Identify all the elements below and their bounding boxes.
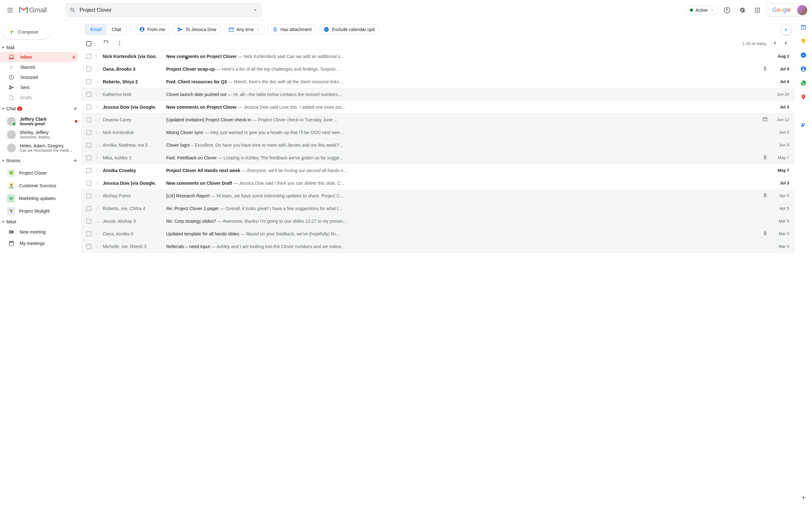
chat-section-header[interactable]: Chat1+ [0,103,81,115]
gmail-logo[interactable]: Gmail [19,6,47,14]
checkbox[interactable] [86,54,91,59]
scroll-chips-right[interactable] [781,25,791,35]
support-button[interactable] [721,4,733,16]
search-options-icon[interactable] [252,7,258,13]
star-icon[interactable]: ☆ [95,243,100,250]
star-icon[interactable]: ☆ [95,129,100,136]
contacts-addon[interactable] [800,66,807,72]
star-icon[interactable]: ☆ [95,116,100,123]
checkbox[interactable] [86,105,91,110]
chip-to-jessica[interactable]: To Jessica Dow [172,24,221,35]
checkbox[interactable] [86,79,91,84]
checkbox[interactable] [86,92,91,97]
settings-button[interactable] [736,4,749,16]
more-button[interactable] [117,40,122,47]
email-row[interactable]: ☆Annika, Matthew, me 3Clover logo! – Exc… [81,139,794,152]
email-row[interactable]: ☆Annika CrowleyProject Clover All Hands … [81,164,794,177]
checkbox[interactable] [86,168,91,173]
email-row[interactable]: ☆Oana, Annika 6Updated template for all … [81,228,794,240]
calendar-addon[interactable]: 31 [800,24,807,31]
meet-section-header[interactable]: Meet [0,217,81,226]
checkbox[interactable] [86,66,91,72]
star-icon[interactable]: ☆ [95,167,100,174]
select-all[interactable] [86,41,96,46]
star-icon[interactable]: ☆ [95,53,100,60]
room-item[interactable]: 🍀Project Clover [0,167,81,179]
chip-has-attachment[interactable]: Has attachment [267,24,316,35]
main-menu-button[interactable] [3,3,18,18]
checkbox[interactable] [86,130,91,135]
nav-inbox[interactable]: Inbox4 [0,52,79,62]
maps-addon[interactable] [800,94,807,100]
checkbox[interactable] [86,117,91,122]
nav-snoozed[interactable]: Snoozed [0,72,79,82]
email-row[interactable]: ☆Roberto, Shiya 2Fwd: Client resources f… [81,75,794,88]
checkbox[interactable] [86,206,91,211]
search-box[interactable] [66,3,262,17]
star-icon[interactable]: ☆ [95,205,100,212]
nav-drafts[interactable]: Drafts [0,93,79,103]
meet-new-meeting[interactable]: New meeting [0,226,81,238]
checkbox[interactable] [86,219,91,224]
search-input[interactable] [80,7,248,13]
nav-sent[interactable]: Sent [0,82,79,93]
star-icon[interactable]: ☆ [95,180,100,187]
star-icon[interactable]: ☆ [95,104,100,111]
room-item[interactable]: ⛷️Project Skylight [0,205,81,217]
prev-page-button[interactable] [771,40,778,47]
checkbox[interactable] [86,193,91,199]
chat-item[interactable]: Shirley, JefferyAwesome, thanks. [0,128,81,141]
apps-button[interactable] [751,4,764,16]
compose-button[interactable]: + Compose [3,24,50,39]
chip-exclude-calendar[interactable]: Exclude calendar upd [319,24,379,35]
checkbox[interactable] [86,155,91,160]
email-row[interactable]: ☆Oana..Brooks 3Project Clover wrap-up — … [81,63,794,75]
account-box[interactable]: Google [766,3,809,17]
voice-addon[interactable] [800,80,807,86]
chat-item[interactable]: Jeffery ClarkSounds great! [0,115,81,128]
chip-from-me[interactable]: From me [135,24,170,35]
star-icon[interactable]: ☆ [95,218,100,225]
rooms-section-header[interactable]: Rooms+ [0,155,81,167]
keep-addon[interactable] [800,38,807,44]
next-page-button[interactable] [783,40,789,47]
checkbox[interactable] [86,244,91,249]
star-icon[interactable]: ☆ [95,91,100,98]
status-chip[interactable]: Active [686,5,718,15]
checkbox[interactable] [86,181,91,186]
checkbox[interactable] [86,231,91,236]
star-icon[interactable]: ☆ [95,78,100,85]
email-row[interactable]: ☆Akshay Potnis[UX] Research Report — Hi … [81,189,794,202]
email-row[interactable]: ☆Nick KortendickMising Clover sync — Hey… [81,126,794,139]
new-chat-button[interactable]: + [73,105,78,113]
email-row[interactable]: ☆Deanna Carey[Updated invitation] Projec… [81,113,794,126]
star-icon[interactable]: ☆ [95,66,100,72]
star-icon[interactable]: ☆ [95,154,100,161]
email-row[interactable]: ☆Jessica Dow (via Google.New comments on… [81,177,794,189]
email-row[interactable]: ☆Katherine MokClover launch date pushed … [81,88,794,101]
email-row[interactable]: ☆Mika, Ashley 2Fwd: Feedback on Clover —… [81,152,794,164]
star-icon[interactable]: ☆ [95,230,100,237]
tab-email[interactable]: Email [85,24,107,35]
email-row[interactable]: ☆Nick Kortendick (via Goo.New comments o… [81,50,794,63]
email-row[interactable]: ☆Michelle, me, Ritesh 3Referrals – need … [81,240,794,253]
room-item[interactable]: MMarketing updates [0,192,81,205]
checkbox[interactable] [86,143,91,148]
star-icon[interactable]: ☆ [95,192,100,199]
avatar[interactable] [797,5,807,15]
tab-chat[interactable]: Chat [107,24,126,35]
mail-section-header[interactable]: Mail [0,43,81,52]
get-addons[interactable] [800,494,807,501]
star-icon[interactable]: ☆ [95,142,100,149]
email-row[interactable]: ☆Jessie, Akshay 3Re: Corp strategy slide… [81,215,794,228]
refresh-button[interactable] [103,40,109,47]
email-row[interactable]: ☆Roberto, me, Chitra 4Re: Project Clover… [81,202,794,215]
chip-any-time[interactable]: Any time [223,24,265,35]
nav-starred[interactable]: ☆Starred [0,62,79,72]
meet-my-meetings[interactable]: My meetings [0,238,81,249]
new-room-button[interactable]: + [73,157,78,165]
people-addon[interactable] [800,122,807,128]
chat-item[interactable]: Helen, Adam, GregoryCan we reschedule th… [0,141,81,155]
room-item[interactable]: 🏝️Customer Success [0,179,81,192]
tasks-addon[interactable] [800,52,807,58]
